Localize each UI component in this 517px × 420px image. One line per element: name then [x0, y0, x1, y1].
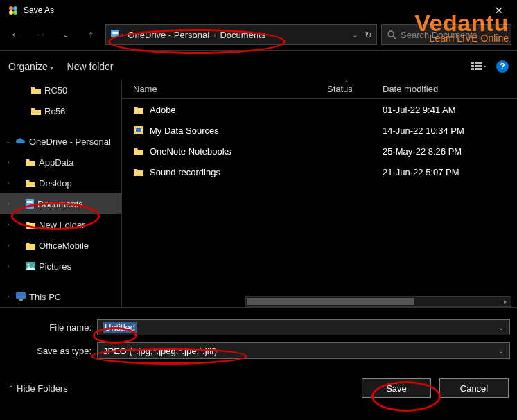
svg-rect-13 [475, 65, 482, 67]
recent-button[interactable]: ⌄ [55, 24, 76, 45]
tree-item-newfolder[interactable]: ›New Folder [0, 214, 121, 235]
app-icon [7, 4, 19, 17]
tree-item-rc56[interactable]: Rc56 [0, 100, 121, 121]
filename-label: File name: [7, 322, 97, 333]
svg-rect-21 [16, 292, 26, 299]
back-button[interactable]: ← [6, 24, 26, 45]
scrollbar-horizontal[interactable]: ◂ ▸ [245, 296, 511, 307]
tree-item-appdata[interactable]: ›AppData [0, 152, 121, 173]
tree-item-officemobile[interactable]: ›OfficeMobile [0, 235, 121, 256]
tree-item-documents[interactable]: ›Documents [0, 193, 121, 214]
forward-button[interactable]: → [30, 24, 51, 45]
col-name[interactable]: Name⌃ [128, 84, 322, 94]
organize-menu[interactable]: Organize [8, 61, 53, 72]
nav-tree[interactable]: RC50 Rc56 ⌄OneDrive - Personal ›AppData … [0, 80, 122, 307]
separator [0, 50, 517, 51]
folder-icon [133, 167, 144, 177]
bottom-bar: ⌃Hide Folders Save Cancel [0, 373, 517, 405]
help-button[interactable]: ? [496, 60, 509, 73]
save-button[interactable]: Save [362, 378, 431, 398]
pc-icon [15, 292, 26, 301]
tree-item-onedrive[interactable]: ⌄OneDrive - Personal [0, 131, 121, 152]
chevron-down-icon[interactable]: ⌄ [498, 347, 504, 355]
chevron-down-icon[interactable]: ⌄ [498, 324, 504, 331]
tree-item-rc50[interactable]: RC50 [0, 80, 121, 100]
svg-point-2 [9, 10, 13, 15]
hide-folders-button[interactable]: ⌃Hide Folders [8, 383, 68, 394]
scroll-right-icon[interactable]: ▸ [500, 297, 511, 306]
filetype-label: Save as type: [7, 346, 97, 356]
folder-icon [133, 146, 144, 156]
chevron-icon: › [120, 31, 125, 39]
chevron-icon: › [212, 31, 217, 39]
sort-up-icon: ⌃ [344, 80, 349, 87]
address-bar[interactable]: › OneDrive - Personal › Documents ⌄ ↻ [105, 24, 377, 45]
svg-rect-25 [136, 129, 141, 132]
file-list[interactable]: Name⌃ Status Date modified Adobe 01-Jul-… [122, 80, 517, 307]
svg-rect-22 [19, 299, 23, 301]
document-icon [25, 198, 35, 209]
main-area: RC50 Rc56 ⌄OneDrive - Personal ›AppData … [0, 80, 517, 307]
svg-rect-18 [27, 204, 33, 204]
list-item[interactable]: Sound recordings 21-Jun-22 5:07 PM [122, 161, 517, 182]
view-options-button[interactable] [471, 60, 487, 73]
svg-point-20 [28, 264, 30, 266]
close-button[interactable]: ✕ [484, 0, 514, 21]
scroll-thumb[interactable] [247, 298, 414, 305]
window-title: Save As [24, 6, 484, 15]
up-button[interactable]: ↑ [80, 24, 101, 45]
breadcrumb-seg-documents[interactable]: Documents [217, 30, 268, 40]
list-item[interactable]: OneNote Notebooks 25-May-22 8:26 PM [122, 141, 517, 161]
svg-rect-14 [475, 68, 482, 70]
svg-line-8 [393, 36, 396, 39]
pictures-icon [25, 261, 36, 271]
location-icon [110, 29, 120, 41]
list-header: Name⌃ Status Date modified [122, 80, 517, 99]
svg-point-0 [9, 6, 13, 10]
tree-item-desktop[interactable]: ›Desktop [0, 173, 121, 193]
dropdown-icon[interactable]: ⌄ [352, 31, 358, 39]
svg-rect-6 [112, 33, 118, 34]
svg-rect-9 [471, 62, 474, 64]
titlebar: Save As ✕ [0, 0, 517, 21]
folder-icon [133, 105, 144, 114]
new-folder-button[interactable]: New folder [67, 61, 114, 72]
svg-rect-11 [471, 68, 474, 70]
svg-rect-5 [112, 32, 118, 33]
list-item[interactable]: My Data Sources 14-Jun-22 10:34 PM [122, 120, 517, 141]
filetype-select[interactable]: JPEG (*.jpg;*.jpeg;*.jpe;*.jfif) ⌄ [97, 342, 510, 359]
save-form: File name: Untitled ⌄ Save as type: JPEG… [0, 307, 517, 373]
filename-input[interactable]: Untitled ⌄ [97, 319, 510, 335]
svg-rect-12 [475, 62, 482, 64]
search-input[interactable]: Search Documents [381, 24, 511, 45]
svg-point-7 [388, 31, 394, 37]
col-status[interactable]: Status [322, 84, 377, 94]
list-item[interactable]: Adobe 01-Jul-22 9:41 AM [122, 99, 517, 120]
breadcrumb-seg-onedrive[interactable]: OneDrive - Personal [125, 30, 212, 40]
tree-item-thispc[interactable]: ›This PC [0, 286, 121, 307]
col-date[interactable]: Date modified [377, 84, 488, 94]
svg-point-3 [13, 10, 17, 15]
tree-item-pictures[interactable]: ›Pictures [0, 256, 121, 277]
cloud-icon [15, 137, 26, 146]
search-icon [387, 30, 396, 40]
svg-rect-16 [27, 201, 33, 202]
refresh-icon[interactable]: ↻ [365, 30, 372, 40]
svg-rect-10 [471, 65, 474, 67]
data-sources-icon [133, 125, 144, 135]
toolbar: Organize New folder ? [0, 53, 517, 80]
svg-point-1 [13, 6, 17, 10]
cancel-button[interactable]: Cancel [439, 378, 509, 398]
svg-rect-17 [27, 202, 33, 203]
nav-row: ← → ⌄ ↑ › OneDrive - Personal › Document… [0, 21, 517, 47]
search-placeholder: Search Documents [401, 30, 477, 40]
